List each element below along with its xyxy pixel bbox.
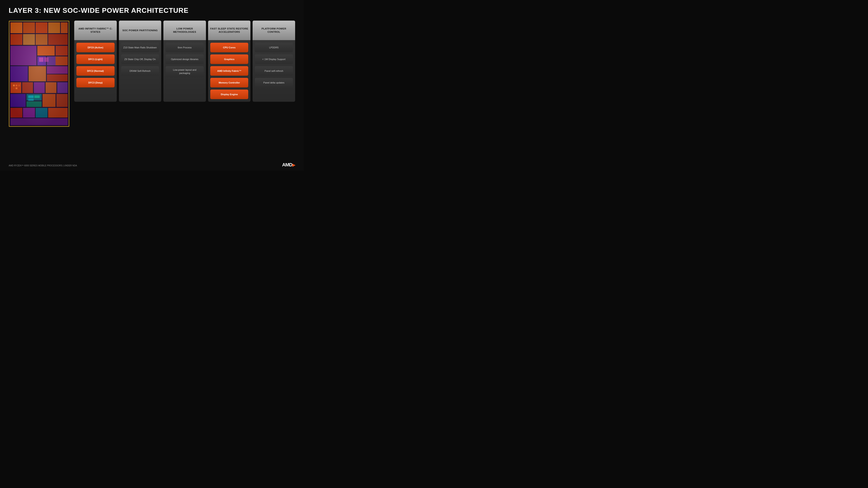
columns-area: AMD INFINITY FABRIC™ C-STATESDFC0 (Activ… bbox=[74, 21, 295, 102]
column-header-2: LOW POWER METHODOLOGIES bbox=[163, 21, 206, 40]
column-header-1: SOC POWER PARTITIONING bbox=[119, 21, 161, 40]
column-header-text-0: AMD INFINITY FABRIC™ C-STATES bbox=[76, 27, 115, 34]
content-area: AMD INFINITY FABRIC™ C-STATESDFC0 (Activ… bbox=[9, 21, 295, 127]
column-header-3: FAST SLEEP STATE RESTORE ACCELERATORS bbox=[208, 21, 251, 40]
item-3-2: AMD Infinity Fabric™ bbox=[210, 66, 248, 76]
page-title: LAYER 3: NEW SOC-WIDE POWER ARCHITECTURE bbox=[9, 6, 295, 14]
svg-rect-52 bbox=[9, 21, 69, 127]
column-body-0: DFC0 (Active)DFC1 (Light)DFC2 (Normal)DF… bbox=[74, 40, 117, 102]
item-3-1: Graphics bbox=[210, 55, 248, 64]
item-1-2: DRAM Self-Refresh bbox=[121, 66, 159, 76]
column-body-2: 6nm ProcessOptimized design librariesLow… bbox=[163, 40, 206, 102]
item-2-2: Low-power layout and packaging bbox=[165, 66, 204, 77]
column-body-4: LPDDR5< 1W Display SupportPanel self-ref… bbox=[253, 40, 295, 102]
column-body-3: CPU CoresGraphicsAMD Infinity Fabric™Mem… bbox=[208, 40, 251, 102]
item-0-3: DFC3 (Deep) bbox=[76, 78, 115, 88]
column-header-0: AMD INFINITY FABRIC™ C-STATES bbox=[74, 21, 117, 40]
item-2-0: 6nm Process bbox=[165, 43, 204, 52]
column-1: SOC POWER PARTITIONINGZ10 State Main Rai… bbox=[119, 21, 161, 102]
item-1-0: Z10 State Main Rails Shutdown bbox=[121, 43, 159, 52]
column-header-4: PLATFORM POWER CONTROL bbox=[253, 21, 295, 40]
item-0-2: DFC2 (Normal) bbox=[76, 66, 115, 76]
item-4-1: < 1W Display Support bbox=[255, 55, 293, 64]
item-0-0: DFC0 (Active) bbox=[76, 43, 115, 52]
column-header-text-1: SOC POWER PARTITIONING bbox=[122, 29, 158, 32]
footer-text: AMD RYZEN™ 6000 SERIES MOBILE PROCESSORS… bbox=[9, 164, 77, 167]
item-3-3: Memory Controller bbox=[210, 78, 248, 88]
column-body-1: Z10 State Main Rails ShutdownZ9 State Ch… bbox=[119, 40, 161, 102]
item-4-2: Panel self-refresh bbox=[255, 66, 293, 76]
amd-logo: AMD▶ bbox=[282, 162, 295, 168]
column-4: PLATFORM POWER CONTROLLPDDR5< 1W Display… bbox=[253, 21, 295, 102]
column-2: LOW POWER METHODOLOGIES6nm ProcessOptimi… bbox=[163, 21, 206, 102]
item-1-1: Z9 State Chip Off, Display On bbox=[121, 55, 159, 64]
item-0-1: DFC1 (Light) bbox=[76, 55, 115, 64]
column-0: AMD INFINITY FABRIC™ C-STATESDFC0 (Activ… bbox=[74, 21, 117, 102]
slide: LAYER 3: NEW SOC-WIDE POWER ARCHITECTURE bbox=[0, 0, 304, 171]
item-3-0: CPU Cores bbox=[210, 43, 248, 52]
item-4-3: Panel delta updates bbox=[255, 78, 293, 88]
column-3: FAST SLEEP STATE RESTORE ACCELERATORSCPU… bbox=[208, 21, 251, 102]
item-4-0: LPDDR5 bbox=[255, 43, 293, 52]
chip-image bbox=[9, 21, 69, 127]
item-3-4: Display Engine bbox=[210, 90, 248, 99]
item-2-1: Optimized design libraries bbox=[165, 55, 204, 64]
column-header-text-4: PLATFORM POWER CONTROL bbox=[255, 27, 293, 34]
column-header-text-2: LOW POWER METHODOLOGIES bbox=[165, 27, 204, 34]
column-header-text-3: FAST SLEEP STATE RESTORE ACCELERATORS bbox=[210, 27, 248, 34]
